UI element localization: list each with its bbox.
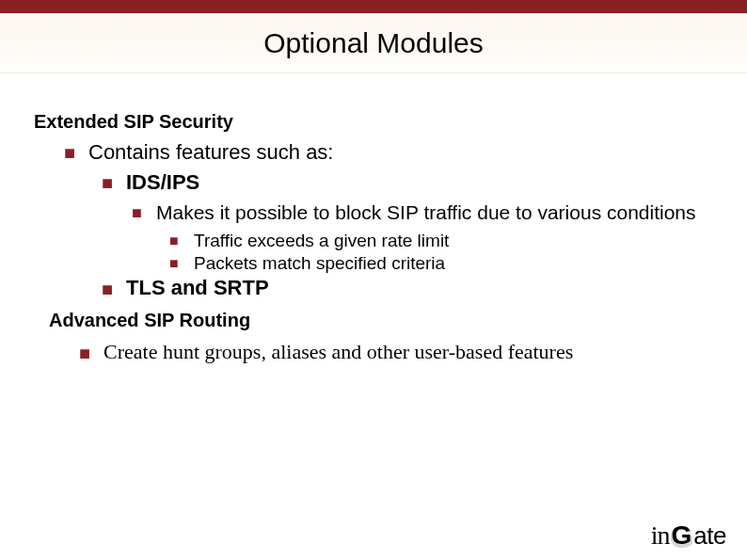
logo-g-foreground: G (672, 520, 692, 550)
slide: Optional Modules Extended SIP Security C… (0, 0, 747, 560)
list-item: Contains features such as: (64, 140, 713, 165)
slide-title: Optional Modules (263, 27, 483, 59)
list-item: Makes it possible to block SIP traffic d… (132, 200, 713, 225)
logo-g-icon: G G (672, 520, 692, 551)
list-item: IDS/IPS (102, 170, 713, 195)
ingate-logo: in G G ate (651, 520, 726, 551)
list-item: Traffic exceeds a given rate limit (169, 231, 713, 251)
content-area: Extended SIP Security Contains features … (0, 73, 747, 365)
bullet-list: Create hunt groups, aliases and other us… (34, 339, 713, 365)
section-heading-advanced-sip: Advanced SIP Routing (49, 310, 713, 331)
title-band: Optional Modules (0, 13, 747, 73)
logo-text-ate: ate (693, 521, 726, 551)
list-item: TLS and SRTP (102, 276, 713, 300)
section-heading-extended-sip: Extended SIP Security (34, 111, 713, 133)
list-item: Create hunt groups, aliases and other us… (79, 339, 713, 365)
bullet-list: Contains features such as: IDS/IPS Makes… (34, 140, 713, 300)
list-item: Packets match specified criteria (169, 253, 713, 274)
logo-text-in: in (651, 520, 670, 551)
top-accent-bar (0, 0, 747, 13)
